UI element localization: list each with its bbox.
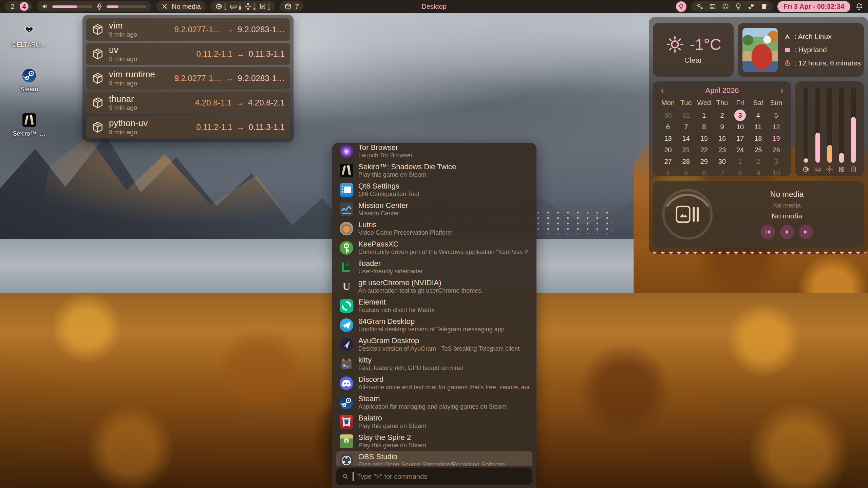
app-name: AyuGram Desktop [358,336,520,345]
calendar-day[interactable]: 15 [695,133,713,144]
launcher-item-kitty[interactable]: kittyFast, feature-rich, GPU based termi… [336,354,532,373]
trash-tray-icon[interactable] [760,3,768,10]
calendar-day[interactable]: 10 [767,167,785,179]
update-notification[interactable]: uv9 min ago0.11.2-1.1→0.11.3-1.1 [86,43,290,65]
deltarune-icon [22,24,36,38]
notifications-bell-icon[interactable] [855,2,863,11]
calendar-day[interactable]: 6 [659,121,677,133]
launcher-item-balatro[interactable]: BalatroPlay this game on Steam [336,412,532,431]
launcher-item-text: kittyFast, feature-rich, GPU based termi… [358,356,463,372]
media-module[interactable]: No media [156,1,206,12]
search-input[interactable] [357,473,527,481]
calendar-day[interactable]: 2 [713,110,731,121]
calendar-day[interactable]: 3 [767,156,785,167]
version-change: 9.2.0277-1…→9.2.0283-1… [174,74,285,83]
update-notification[interactable]: vim9 min ago9.2.0277-1…→9.2.0283-1… [86,18,290,41]
calendar-day-header: Mon [659,98,677,110]
calendar-day[interactable]: 31 [677,110,695,121]
mic-slider[interactable] [107,5,147,8]
calendar-day[interactable]: 9 [749,167,767,179]
calendar-day[interactable]: 13 [659,133,677,144]
calendar-day[interactable]: 5 [767,110,785,121]
calendar-day[interactable]: 20 [659,144,677,156]
launcher-item-obs[interactable]: OBS StudioFree and Open Source Streaming… [336,451,532,466]
calendar-day[interactable]: 28 [677,156,695,167]
calendar-day[interactable]: 17 [731,133,749,144]
launcher-item-steam[interactable]: SteamApplication for managing and playin… [336,393,532,412]
calendar-day[interactable]: 2 [749,156,767,167]
play-button[interactable] [780,225,794,239]
launcher-item-lutris[interactable]: LutrisVideo Game Preservation Platform [336,219,532,238]
launcher-item-keepassxc[interactable]: KeePassXCCommunity-driven port of the Wi… [336,238,532,257]
desktop-icon-sekiro[interactable]: Sekiro™: … [13,113,45,137]
launcher-item-sekiro[interactable]: Sekiro™: Shadows Die TwicePlay this game… [336,161,532,180]
calendar-day[interactable]: 4 [749,110,767,121]
calendar-day[interactable]: 8 [731,167,749,179]
update-notification[interactable]: python-uv9 min ago0.11.2-1.1→0.11.3-1.1 [86,116,290,138]
lightbulb-button[interactable] [676,1,686,12]
updates-module[interactable]: 7 [280,1,304,12]
steam-tray-icon[interactable] [748,3,755,10]
calendar-next-button[interactable]: › [778,86,785,95]
previous-button[interactable] [761,225,775,239]
calendar-day[interactable]: 6 [695,167,713,179]
calendar-day[interactable]: 4 [659,167,677,179]
network-tray-icon[interactable] [709,3,716,10]
workspace-button-2[interactable]: 2 [8,2,17,11]
calendar-day[interactable]: 10 [731,121,749,133]
calendar-day[interactable]: 29 [695,156,713,167]
calendar-day[interactable]: 25 [749,144,767,156]
calendar-day[interactable]: 16 [713,133,731,144]
update-notification[interactable]: thunar9 min ago4.20.8-1.1→4.20.8-2.1 [86,92,290,114]
update-notification[interactable]: vim-runtime9 min ago9.2.0277-1…→9.2.0283… [86,67,290,90]
calendar-day[interactable]: 5 [677,167,695,179]
calendar-day[interactable]: 19 [767,133,785,144]
launcher-item-element[interactable]: ElementFeature-rich client for Matrix [336,296,532,315]
old-version: 0.11.2-1.1 [196,49,232,59]
obs-tray-icon[interactable] [722,3,729,10]
desktop-icon-label: Steam [20,86,38,93]
calendar-day[interactable]: 1 [731,156,749,167]
lightbulb-tray-icon[interactable] [735,3,742,10]
launcher-item-userchrome[interactable]: Ugit userChrome (NVIDIA)An automation to… [336,277,532,296]
calendar-day[interactable]: 8 [695,121,713,133]
launcher-search-bar[interactable] [336,468,532,485]
qt6-icon [340,183,353,197]
launcher-item-tor[interactable]: Tor BrowserLaunch Tor Browser [336,143,532,161]
calendar-day[interactable]: 30 [659,110,677,121]
launcher-item-spire2[interactable]: Slay the Spire 2Play this game on Steam [336,431,532,451]
workspace-button-4[interactable]: 4 [20,2,29,11]
calendar-day[interactable]: 30 [713,156,731,167]
calendar-day[interactable]: 27 [659,156,677,167]
microphone-icon[interactable] [96,3,103,10]
desktop-icon-steam[interactable]: Steam [20,69,38,93]
clock[interactable]: Fri 3 Apr - 00:32:34 [777,1,850,12]
calendar-day[interactable]: 23 [713,144,731,156]
calendar-day[interactable]: 21 [677,144,695,156]
speaker-icon[interactable] [41,3,49,10]
calendar-day[interactable]: 9 [713,121,731,133]
next-button[interactable] [799,225,813,239]
calendar-day[interactable]: 7 [713,167,731,179]
calendar-day[interactable]: 24 [731,144,749,156]
calendar-day[interactable]: 18 [749,133,767,144]
launcher-item-64gram[interactable]: 64Gram DesktopUnofficial desktop version… [336,315,532,335]
calendar-day[interactable]: 26 [767,144,785,156]
calendar-day[interactable]: 1 [695,110,713,121]
os-row: : Arch Linux [784,33,861,41]
calendar-selected-day[interactable]: 3 [731,110,749,121]
volume-slider[interactable] [52,5,92,8]
calendar-day[interactable]: 11 [749,121,767,133]
calendar-prev-button[interactable]: ‹ [659,86,666,95]
calendar-day[interactable]: 14 [677,133,695,144]
launcher-item-missioncenter[interactable]: Mission CenterMission Center [336,199,532,219]
launcher-item-qt6[interactable]: Qt6 SettingsQt6 Configuration Tool [336,180,532,199]
launcher-item-discord[interactable]: DiscordAll-in-one voice and text chat fo… [336,373,532,393]
calendar-day[interactable]: 12 [767,121,785,133]
desktop-icon-deltarune[interactable]: DELTARU… [12,24,46,48]
calendar-day[interactable]: 22 [695,144,713,156]
calendar-day[interactable]: 7 [677,121,695,133]
keepassxc-tray-icon[interactable] [696,3,703,10]
launcher-item-ayugram[interactable]: AyuGram DesktopDesktop version of AyuGra… [336,335,532,354]
launcher-item-iloader[interactable]: iloaderUser-friendly sideloader [336,257,532,277]
